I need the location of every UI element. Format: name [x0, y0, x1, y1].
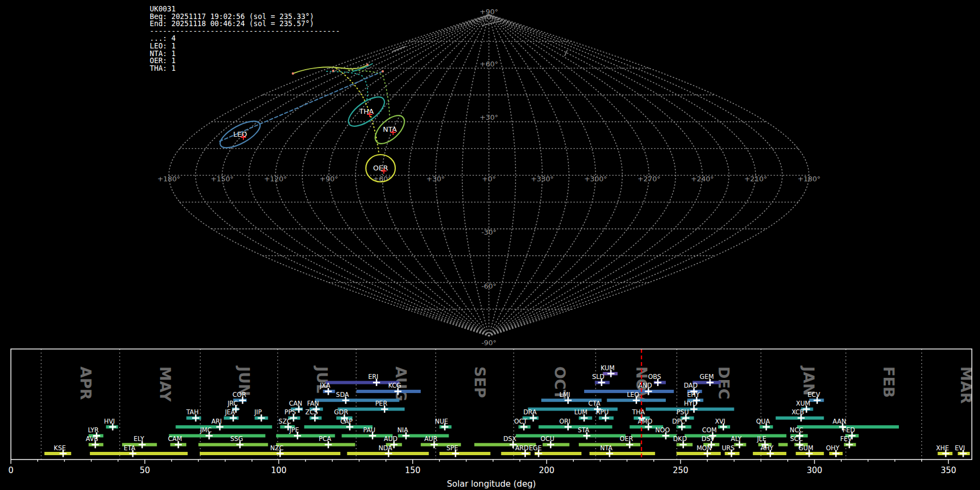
- x-tick-label-250: 250: [673, 465, 689, 475]
- shower-label-DPC: DPC: [672, 418, 685, 425]
- shower-HVI: HVI: [104, 418, 118, 431]
- x-tick-label-350: 350: [941, 465, 957, 475]
- shower-TAH: TAH: [186, 408, 201, 421]
- shower-bar-PCA: [276, 443, 355, 446]
- shower-XCB: XCB: [776, 408, 824, 421]
- shower-bar-SPE: [439, 452, 491, 455]
- shower-label-LMI: LMI: [560, 391, 571, 399]
- shower-label-LEO: LEO: [627, 391, 639, 399]
- sporadic-meteor-trail: [565, 50, 567, 56]
- shower-label-LYR: LYR: [88, 426, 99, 434]
- shower-label-HVI: HVI: [104, 418, 115, 425]
- shower-bar-STA: [516, 434, 626, 437]
- shower-label-NIA: NIA: [397, 426, 408, 434]
- map-lon-tick-label: +180°: [798, 175, 820, 183]
- map-lon-tick-label: +300°: [584, 175, 607, 183]
- shower-label-NZC: NZC: [270, 444, 284, 452]
- shower-label-EVI: EVI: [955, 444, 965, 452]
- shower-label-GDR: GDR: [334, 408, 348, 416]
- shower-label-AND: AND: [638, 382, 652, 389]
- shower-bar-SCC: [779, 443, 788, 446]
- shower-label-ECV: ECV: [807, 391, 820, 399]
- shower-label-JXA: JXA: [319, 382, 330, 389]
- shower-label-OBS: OBS: [648, 373, 661, 381]
- shower-label-ELY: ELY: [134, 435, 145, 443]
- shower-label-DSV: DSV: [702, 435, 715, 443]
- shower-label-PCA: PCA: [319, 435, 332, 443]
- map-lon-tick-label: +0°: [482, 175, 496, 183]
- shower-label-KCG: KCG: [388, 382, 401, 389]
- shower-label-SDA: SDA: [336, 391, 349, 399]
- shower-label-JPE: JPE: [289, 426, 299, 434]
- shower-OHY: OHY: [826, 444, 843, 457]
- shower-label-JMC: JMC: [199, 426, 211, 434]
- shower-label-AMO: AMO: [638, 418, 653, 425]
- shower-label-PER: PER: [375, 400, 387, 407]
- shower-JIP: JIP: [254, 408, 268, 421]
- shower-EVI: EVI: [955, 444, 970, 457]
- shower-KSE: KSE: [45, 444, 71, 457]
- map-lon-tick-label: +30°: [426, 175, 445, 183]
- activity-timeline: APRMAYJUNJULAUGSEPOCTNOVDECJANFEBMARKUME…: [8, 349, 975, 489]
- month-separators: [41, 349, 922, 460]
- shower-label-OHY: OHY: [826, 444, 840, 452]
- meteor-station-summary-figure: UK0031 Beg: 20251117 19:02:56 (sol = 235…: [0, 0, 980, 490]
- shower-label-DAD: DAD: [684, 382, 698, 389]
- shower-label-NUE: NUE: [435, 418, 448, 425]
- shower-label-KUM: KUM: [601, 364, 615, 372]
- map-lat-tick-label: -30°: [481, 228, 497, 236]
- shower-label-ORI: ORI: [559, 418, 570, 425]
- shower-bar-KCG: [357, 390, 421, 393]
- shower-label-TAH: TAH: [186, 408, 199, 416]
- month-label-SEP: SEP: [471, 366, 488, 398]
- shower-label-OCT: OCT: [514, 418, 528, 425]
- x-tick-label-150: 150: [405, 465, 421, 475]
- station-info: UK0031 Beg: 20251117 19:02:56 (sol = 235…: [150, 5, 340, 72]
- shower-label-COM: COM: [702, 426, 716, 434]
- sporadic-meteor-trail: [392, 46, 406, 52]
- shower-bars: KUMERISLDOBSGEMJXAKCGANDDADCORSDALMILEOE…: [45, 364, 970, 457]
- shower-label-SCC: SCC: [790, 435, 803, 443]
- shower-label-SSG: SSG: [230, 435, 243, 443]
- shower-label-GUM: GUM: [799, 444, 813, 452]
- shower-label-URS: URS: [722, 444, 735, 452]
- shower-label-DKD: DKD: [673, 435, 687, 443]
- x-tick-label-300: 300: [807, 465, 823, 475]
- shower-label-THA: THA: [632, 408, 645, 416]
- map-lat-tick-label: -90°: [481, 339, 497, 347]
- shower-label-EHY: EHY: [687, 391, 700, 399]
- shower-label-ZCS: ZCS: [305, 408, 318, 416]
- map-lon-tick-label: +150°: [211, 175, 234, 183]
- shower-bar-HYD: [646, 408, 734, 411]
- shower-bar-MON: [677, 452, 721, 455]
- shower-label-AAN: AAN: [832, 418, 846, 425]
- track-endpoint-marker: [382, 70, 384, 72]
- shower-label-GEM: GEM: [700, 373, 714, 381]
- x-axis: [11, 460, 948, 464]
- shower-label-KSE: KSE: [54, 444, 66, 452]
- map-lat-tick-label: +30°: [480, 113, 498, 121]
- shower-bar-CAP: [304, 425, 373, 428]
- shower-label-ARI: ARI: [211, 418, 222, 425]
- shower-label-CTA: CTA: [588, 400, 600, 407]
- shower-label-STA: STA: [578, 426, 589, 434]
- shower-label-NTA: NTA: [600, 444, 612, 452]
- shower-label-NDA: NDA: [378, 444, 392, 452]
- map-lon-tick-label: +240°: [691, 175, 714, 183]
- x-axis-title: Solar longitude (deg): [447, 479, 536, 489]
- map-lon-tick-label: +90°: [320, 175, 338, 183]
- shower-GUM: GUM: [796, 444, 824, 457]
- shower-QUA: QUA: [756, 418, 773, 431]
- shower-label-ALY: ALY: [731, 435, 742, 443]
- shower-label-SLD: SLD: [592, 373, 605, 381]
- map-lat-tick-label: +90°: [480, 8, 498, 16]
- shower-bar-SSG: [198, 443, 268, 446]
- shower-label-PSU: PSU: [676, 408, 689, 416]
- x-tick-label-0: 0: [8, 465, 14, 475]
- shower-label-EGE: EGE: [529, 444, 541, 452]
- shower-label-MON: MON: [696, 444, 712, 452]
- shower-bar-NZC: [200, 452, 340, 455]
- shower-bar-KSE: [45, 452, 71, 455]
- shower-label-QUA: QUA: [756, 418, 770, 425]
- x-tick-label-200: 200: [539, 465, 555, 475]
